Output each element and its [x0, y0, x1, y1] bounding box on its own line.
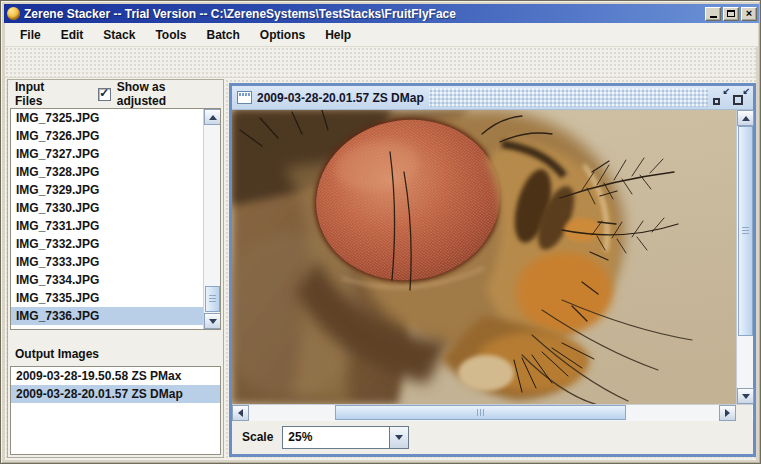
- scale-dropdown-button[interactable]: [389, 427, 408, 448]
- viewer-title-bar[interactable]: 2009-03-28-20.01.57 ZS DMap ↙ ↙: [232, 86, 753, 110]
- viewer-horizontal-scrollbar[interactable]: [232, 404, 753, 421]
- minimize-frame-icon: [713, 98, 720, 105]
- input-file-item[interactable]: IMG_7331.JPG: [11, 217, 203, 235]
- input-file-item[interactable]: IMG_7333.JPG: [11, 253, 203, 271]
- window-title: Zerene Stacker -- Trial Version -- C:\Ze…: [24, 7, 456, 21]
- scrollbar-thumb[interactable]: [738, 126, 753, 336]
- maximize-button[interactable]: [723, 7, 739, 21]
- window-controls: ×: [705, 7, 757, 21]
- output-images-rows: 2009-03-28-19.50.58 ZS PMax2009-03-28-20…: [11, 367, 220, 454]
- title-bar[interactable]: Zerene Stacker -- Trial Version -- C:\Ze…: [4, 4, 759, 23]
- output-image-item[interactable]: 2009-03-28-20.01.57 ZS DMap: [11, 385, 220, 403]
- dropdown-arrow-icon: [395, 435, 403, 440]
- show-as-adjusted-label[interactable]: Show as adjusted: [117, 80, 216, 108]
- maximize-frame-icon: [733, 95, 743, 105]
- scale-label: Scale: [242, 430, 273, 444]
- scroll-right-button[interactable]: [719, 405, 736, 421]
- left-arrow-icon: [238, 409, 243, 417]
- input-file-item[interactable]: IMG_7326.JPG: [11, 127, 203, 145]
- minimize-icon: [710, 16, 717, 18]
- close-icon: ×: [746, 8, 752, 19]
- input-file-item[interactable]: IMG_7330.JPG: [11, 199, 203, 217]
- scrollbar-track[interactable]: [249, 405, 719, 421]
- image-viewer-frame: 2009-03-28-20.01.57 ZS DMap ↙ ↙: [229, 83, 756, 457]
- input-file-item[interactable]: IMG_7335.JPG: [11, 289, 203, 307]
- menu-item-batch[interactable]: Batch: [196, 25, 249, 45]
- input-files-list: IMG_7325.JPGIMG_7326.JPGIMG_7327.JPGIMG_…: [10, 108, 221, 330]
- stacked-image-viewport: [232, 110, 736, 404]
- menu-item-help[interactable]: Help: [315, 25, 361, 45]
- app-icon: [7, 7, 20, 20]
- restore-arrow-icon: ↙: [722, 86, 730, 96]
- titlebar-texture: [429, 88, 708, 107]
- viewer-title: 2009-03-28-20.01.57 ZS DMap: [257, 91, 424, 105]
- frame-minimize-button[interactable]: ↙: [713, 90, 728, 105]
- menu-item-tools[interactable]: Tools: [145, 25, 196, 45]
- input-list-scrollbar[interactable]: [203, 109, 220, 329]
- input-file-item[interactable]: IMG_7329.JPG: [11, 181, 203, 199]
- scroll-up-button[interactable]: [204, 109, 221, 125]
- down-arrow-icon: [209, 319, 217, 324]
- input-file-item[interactable]: IMG_7328.JPG: [11, 163, 203, 181]
- up-arrow-icon: [742, 116, 750, 121]
- app-window: Zerene Stacker -- Trial Version -- C:\Ze…: [0, 0, 761, 464]
- scrollbar-thumb[interactable]: [205, 286, 220, 312]
- scale-row: Scale 25%: [232, 421, 753, 453]
- frame-window-icon: [237, 91, 252, 104]
- split-divider[interactable]: [8, 330, 223, 343]
- maximize-icon: [727, 10, 735, 17]
- input-file-item[interactable]: IMG_7332.JPG: [11, 235, 203, 253]
- input-files-rows: IMG_7325.JPGIMG_7326.JPGIMG_7327.JPGIMG_…: [11, 109, 203, 329]
- scrollbar-thumb[interactable]: [335, 405, 626, 420]
- viewer-body: [232, 110, 753, 404]
- up-arrow-icon: [209, 115, 217, 120]
- scroll-left-button[interactable]: [232, 405, 249, 421]
- scroll-down-button[interactable]: [737, 388, 754, 404]
- output-images-label: Output Images: [15, 343, 99, 366]
- input-files-header: Input Files ✓ Show as adjusted: [8, 80, 223, 108]
- input-file-item[interactable]: IMG_7327.JPG: [11, 145, 203, 163]
- right-arrow-icon: [725, 409, 730, 417]
- scrollbar-corner: [736, 405, 752, 421]
- input-file-item[interactable]: IMG_7325.JPG: [11, 109, 203, 127]
- input-file-item[interactable]: IMG_7336.JPG: [11, 307, 203, 325]
- content-area: Input Files ✓ Show as adjusted IMG_7325.…: [5, 47, 756, 460]
- output-images-list: 2009-03-28-19.50.58 ZS PMax2009-03-28-20…: [10, 366, 221, 455]
- restore-arrow-icon: ↙: [742, 86, 750, 96]
- left-panel: Input Files ✓ Show as adjusted IMG_7325.…: [7, 79, 224, 458]
- menu-item-options[interactable]: Options: [250, 25, 315, 45]
- output-image-item[interactable]: 2009-03-28-19.50.58 ZS PMax: [11, 367, 220, 385]
- show-as-adjusted-checkbox[interactable]: ✓: [98, 88, 111, 101]
- menu-bar: FileEditStackToolsBatchOptionsHelp: [5, 23, 758, 47]
- scroll-up-button[interactable]: [737, 110, 754, 126]
- scroll-down-button[interactable]: [204, 313, 221, 329]
- menu-item-file[interactable]: File: [10, 25, 51, 45]
- down-arrow-icon: [742, 394, 750, 399]
- menu-item-stack[interactable]: Stack: [93, 25, 145, 45]
- input-file-item[interactable]: IMG_7334.JPG: [11, 271, 203, 289]
- input-files-label: Input Files: [15, 80, 74, 108]
- viewer-vertical-scrollbar[interactable]: [736, 110, 753, 404]
- close-button[interactable]: ×: [741, 7, 757, 21]
- frame-maximize-button[interactable]: ↙: [733, 90, 748, 105]
- scale-value: 25%: [283, 427, 389, 448]
- check-icon: ✓: [99, 87, 109, 99]
- fruit-fly-image: [232, 110, 736, 404]
- scale-select[interactable]: 25%: [282, 426, 409, 449]
- minimize-button[interactable]: [705, 7, 721, 21]
- menu-item-edit[interactable]: Edit: [51, 25, 94, 45]
